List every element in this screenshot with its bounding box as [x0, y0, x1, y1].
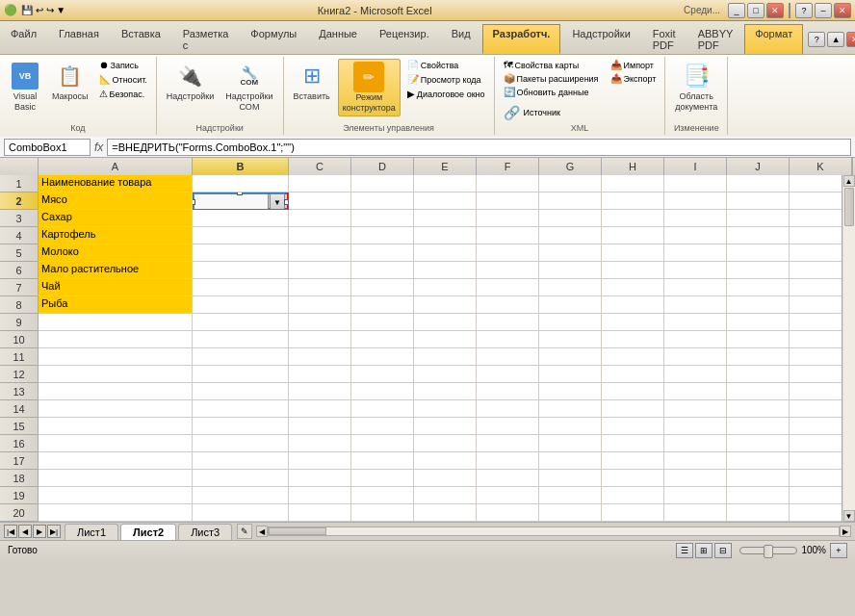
cell-b4[interactable]: [193, 227, 289, 244]
ext-packages-button[interactable]: 📦 Пакеты расширения: [501, 72, 602, 85]
visual-basic-button[interactable]: VB VisualBasic: [6, 59, 44, 115]
col-header-g[interactable]: G: [539, 158, 602, 175]
cell-c6[interactable]: [289, 262, 351, 279]
cell-i6[interactable]: [664, 262, 727, 279]
cell-a5[interactable]: Молоко: [39, 244, 193, 262]
cell-a8[interactable]: Рыба: [39, 296, 193, 314]
cell-d8[interactable]: [351, 296, 414, 314]
com-addins-button[interactable]: 🔧 COM НадстройкиCOM: [221, 59, 276, 115]
normal-view-button[interactable]: ☰: [676, 543, 693, 558]
cell-f3[interactable]: [477, 210, 539, 227]
cell-a7[interactable]: Чай: [39, 279, 193, 296]
sheet-tab-3[interactable]: Лист3: [178, 524, 232, 540]
cell-e4[interactable]: [414, 227, 477, 244]
cell-e2[interactable]: [414, 192, 477, 210]
run-dialog-button[interactable]: ▶ Диалоговое окно: [404, 88, 488, 100]
cell-d1[interactable]: [351, 175, 414, 192]
cell-b8[interactable]: [193, 296, 289, 314]
resize-handle-top[interactable]: [237, 192, 243, 195]
cell-c7[interactable]: [289, 279, 351, 296]
cell-c1[interactable]: [289, 175, 351, 192]
ribbon-help[interactable]: ?: [808, 32, 825, 47]
security-button[interactable]: ⚠ Безопас.: [96, 88, 150, 100]
vertical-scrollbar[interactable]: ▲ ▼: [842, 175, 855, 522]
cell-k8[interactable]: [790, 296, 842, 314]
scroll-up-button[interactable]: ▲: [843, 175, 855, 187]
cell-a3[interactable]: Сахар: [39, 210, 193, 227]
row-header-18[interactable]: 18: [0, 470, 39, 487]
cell-f5[interactable]: [477, 244, 539, 262]
cell-j5[interactable]: [727, 244, 790, 262]
page-layout-button[interactable]: ⊞: [695, 543, 712, 558]
cell-c8[interactable]: [289, 296, 351, 314]
scroll-thumb-v[interactable]: [844, 188, 854, 226]
cell-b3[interactable]: [193, 210, 289, 227]
ribbon-min[interactable]: ▲: [827, 32, 844, 47]
cell-g6[interactable]: [539, 262, 602, 279]
cell-g7[interactable]: [539, 279, 602, 296]
cell-f8[interactable]: [477, 296, 539, 314]
cell-c3[interactable]: [289, 210, 351, 227]
cell-g5[interactable]: [539, 244, 602, 262]
tab-addins[interactable]: Надстройки: [561, 24, 640, 54]
zoom-in-button[interactable]: +: [830, 543, 847, 558]
cell-e8[interactable]: [414, 296, 477, 314]
cell-k2[interactable]: [790, 192, 842, 210]
cell-a6[interactable]: Мало растительное: [39, 262, 193, 279]
cell-j4[interactable]: [727, 227, 790, 244]
zoom-thumb[interactable]: [764, 545, 773, 558]
cell-b5[interactable]: [193, 244, 289, 262]
row-header-11[interactable]: 11: [0, 348, 39, 366]
tab-view[interactable]: Вид: [441, 24, 481, 54]
zoom-slider[interactable]: [739, 547, 797, 554]
design-mode-button[interactable]: ✏ Режимконструктора: [338, 59, 401, 116]
cell-j8[interactable]: [727, 296, 790, 314]
cell-a2[interactable]: Мясо: [39, 192, 193, 210]
maximize-button[interactable]: □: [747, 3, 764, 18]
cell-c4[interactable]: [289, 227, 351, 244]
cell-g4[interactable]: [539, 227, 602, 244]
cell-k7[interactable]: [790, 279, 842, 296]
scroll-thumb-h[interactable]: [269, 527, 326, 535]
row-header-19[interactable]: 19: [0, 487, 39, 504]
map-props-button[interactable]: 🗺 Свойства карты: [501, 59, 602, 71]
addins-button[interactable]: 🔌 Надстройки: [163, 59, 218, 104]
cell-d2[interactable]: [351, 192, 414, 210]
cell-e6[interactable]: [414, 262, 477, 279]
cell-j1[interactable]: [727, 175, 790, 192]
cell-i5[interactable]: [664, 244, 727, 262]
cell-i1[interactable]: [664, 175, 727, 192]
export-button[interactable]: 📤 Экспорт: [608, 72, 660, 85]
cell-c5[interactable]: [289, 244, 351, 262]
cell-k1[interactable]: [790, 175, 842, 192]
tab-file[interactable]: Файл: [0, 24, 47, 54]
col-header-i[interactable]: I: [664, 158, 727, 175]
page-break-button[interactable]: ⊟: [714, 543, 732, 558]
sheet-first-button[interactable]: |◀: [4, 525, 17, 538]
sheet-next-button[interactable]: ▶: [33, 525, 46, 538]
sheet-tab-1[interactable]: Лист1: [65, 524, 118, 540]
cell-f1[interactable]: [477, 175, 539, 192]
cell-h2[interactable]: [602, 192, 664, 210]
scroll-left-button[interactable]: ◀: [256, 526, 268, 537]
cell-i4[interactable]: [664, 227, 727, 244]
minimize-button[interactable]: _: [728, 3, 745, 18]
cell-d7[interactable]: [351, 279, 414, 296]
cell-j7[interactable]: [727, 279, 790, 296]
horizontal-scrollbar[interactable]: ◀ ▶: [256, 526, 851, 537]
row-header-16[interactable]: 16: [0, 435, 39, 452]
cell-d5[interactable]: [351, 244, 414, 262]
cell-b2[interactable]: ▼: [193, 192, 289, 210]
col-header-c[interactable]: C: [289, 158, 351, 175]
tab-abbyy[interactable]: ABBYY PDF: [687, 24, 744, 54]
sheet-tab-2[interactable]: Лист2: [120, 524, 176, 540]
cell-d6[interactable]: [351, 262, 414, 279]
row-header-7[interactable]: 7: [0, 279, 39, 296]
cell-a10[interactable]: [39, 331, 193, 348]
cell-c2[interactable]: [289, 192, 351, 210]
col-header-b[interactable]: B: [193, 158, 289, 175]
relative-refs-button[interactable]: 📐 Относит.: [96, 73, 150, 86]
col-header-a[interactable]: A: [39, 158, 193, 175]
cell-h4[interactable]: [602, 227, 664, 244]
cell-f6[interactable]: [477, 262, 539, 279]
